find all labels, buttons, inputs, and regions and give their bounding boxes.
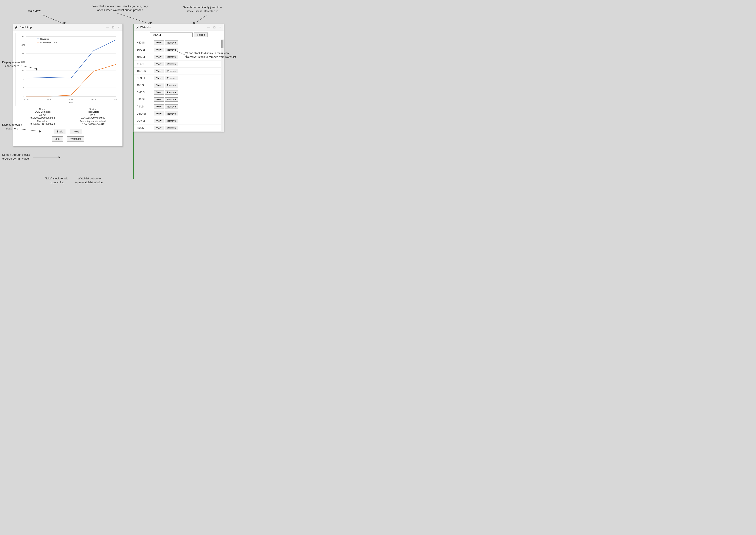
stat-pct-undervalued-label: Percentage undervalued: <box>70 120 116 123</box>
search-button[interactable]: Search <box>194 33 208 37</box>
main-close-button[interactable]: × <box>117 25 121 29</box>
watchlist-minimize-button[interactable]: — <box>207 25 211 29</box>
watchlist-item: D5IU.SIViewRemove <box>134 110 224 117</box>
svg-text:200: 200 <box>21 70 25 72</box>
svg-marker-42 <box>59 156 60 158</box>
view-button[interactable]: View <box>154 69 164 73</box>
watchlist-title: Watchlist <box>140 26 151 29</box>
stock-ticker: S56.SI <box>137 127 152 129</box>
remove-button[interactable]: Remove <box>165 69 178 73</box>
stat-sector-label: Sector: <box>70 108 116 110</box>
view-button[interactable]: View <box>154 62 164 66</box>
watchlist-item-actions: ViewRemove <box>154 55 178 59</box>
watchlist-item: 546.SIViewRemove <box>134 61 224 68</box>
remove-button[interactable]: Remove <box>165 112 178 116</box>
view-button[interactable]: View <box>154 98 164 102</box>
watchlist-close-button[interactable]: × <box>218 25 222 29</box>
annotation-display-charts: Display relevantcharts here <box>2 60 22 68</box>
remove-button[interactable]: Remove <box>165 41 178 45</box>
stat-fair-value-value: 0.42820174142998823 <box>19 123 66 125</box>
stock-ticker: 546.SI <box>137 63 152 66</box>
remove-button[interactable]: Remove <box>165 90 178 95</box>
watchlist-button[interactable]: Watchlist <box>67 136 84 142</box>
watchlist-item: BCV.SIViewRemove <box>134 117 224 125</box>
like-button[interactable]: Like <box>52 136 63 142</box>
watchlist-item-actions: ViewRemove <box>154 69 178 73</box>
watchlist-item: 40B.SIViewRemove <box>134 82 224 89</box>
main-window-icon: 🖊 <box>15 25 18 29</box>
main-window-body: 300 275 250 225 200 175 150 125 2016 201… <box>13 31 122 146</box>
watchlist-item: P34.SIViewRemove <box>134 103 224 110</box>
stock-ticker: 40B.SI <box>137 84 152 87</box>
remove-button[interactable]: Remove <box>165 62 178 66</box>
watchlist-item-actions: ViewRemove <box>154 119 178 123</box>
stat-name-label: Name: <box>19 108 66 110</box>
watchlist-window: 🖊 Watchlist — □ × Search H30.SIViewRemov… <box>133 24 224 132</box>
stat-name: Name: OUE Com Reit <box>19 108 66 113</box>
back-button[interactable]: Back <box>54 129 66 134</box>
watchlist-maximize-button[interactable]: □ <box>212 25 216 29</box>
stat-fair-value-label: Fair value: <box>19 120 66 123</box>
main-maximize-button[interactable]: □ <box>111 25 115 29</box>
remove-button[interactable]: Remove <box>165 126 178 130</box>
annotation-watchlist-window: Watchlist window: Liked stocks go here, … <box>93 4 148 12</box>
stat-fcf-label: FCF: <box>70 114 116 117</box>
svg-line-31 <box>42 14 65 24</box>
watchlist-item-actions: ViewRemove <box>154 47 178 52</box>
stock-ticker: 5ML.SI <box>137 55 152 58</box>
watchlist-item: H30.SIViewRemove <box>134 39 224 46</box>
main-window-titlebar: 🖊 StonkApp — □ × <box>13 24 122 31</box>
main-window: 🖊 StonkApp — □ × <box>13 24 123 147</box>
stat-sector: Sector: Real Estate <box>70 108 116 113</box>
svg-text:275: 275 <box>21 44 25 46</box>
stat-pct-undervalued: Percentage undervalued: 7.75375891517318… <box>70 120 116 125</box>
watchlist-item-actions: ViewRemove <box>154 126 178 130</box>
remove-button[interactable]: Remove <box>165 83 178 87</box>
annotation-watchlist-btn: Watchlist button toopen watchlist window <box>75 177 103 184</box>
main-minimize-button[interactable]: — <box>106 25 110 29</box>
view-button[interactable]: View <box>154 119 164 123</box>
chart-container: 300 275 250 225 200 175 150 125 2016 201… <box>15 33 120 106</box>
remove-button[interactable]: Remove <box>165 47 178 52</box>
stat-wacc-label: WACC: <box>19 114 66 117</box>
next-button[interactable]: Next <box>70 129 82 134</box>
annotation-search-bar: Search bar to directly jump to astock us… <box>183 5 222 13</box>
search-input[interactable] <box>149 33 193 37</box>
annotation-display-stats: Display relevantstats here <box>2 123 22 130</box>
remove-button[interactable]: Remove <box>165 98 178 102</box>
stock-ticker: H30.SI <box>137 41 152 44</box>
stat-wacc-value: 0.14290227899962482 <box>19 117 66 119</box>
remove-button[interactable]: Remove <box>165 55 178 59</box>
svg-text:125: 125 <box>21 95 25 98</box>
bottom-buttons-row2: Like Watchlist <box>15 136 120 144</box>
stock-ticker: DM0.SI <box>137 91 152 94</box>
bottom-buttons-row1: Back Next <box>15 127 120 136</box>
svg-text:Operating Income: Operating Income <box>40 41 57 43</box>
annotation-view-remove: "View" stock to display in main view,"Re… <box>185 51 236 59</box>
svg-line-35 <box>194 15 207 24</box>
view-button[interactable]: View <box>154 90 164 95</box>
stat-fcf: FCF: 0.04108572974894697 <box>70 114 116 119</box>
stock-ticker: U96.SI <box>137 98 152 101</box>
view-button[interactable]: View <box>154 41 164 45</box>
stock-ticker: CLN.SI <box>137 77 152 80</box>
watchlist-item-actions: ViewRemove <box>154 112 178 116</box>
watchlist-item-actions: ViewRemove <box>154 98 178 102</box>
view-button[interactable]: View <box>154 112 164 116</box>
view-button[interactable]: View <box>154 55 164 59</box>
remove-button[interactable]: Remove <box>165 119 178 123</box>
view-button[interactable]: View <box>154 83 164 87</box>
watchlist-scrollbar-thumb[interactable] <box>221 40 224 48</box>
view-button[interactable]: View <box>154 76 164 80</box>
watchlist-icon: 🖊 <box>135 25 139 29</box>
view-button[interactable]: View <box>154 126 164 130</box>
watchlist-item-actions: ViewRemove <box>154 90 178 95</box>
stat-sector-value: Real Estate <box>70 110 116 113</box>
stat-name-value: OUE Com Reit <box>19 110 66 113</box>
remove-button[interactable]: Remove <box>165 76 178 80</box>
remove-button[interactable]: Remove <box>165 104 178 109</box>
view-button[interactable]: View <box>154 104 164 109</box>
view-button[interactable]: View <box>154 47 164 52</box>
svg-rect-0 <box>26 36 116 96</box>
watchlist-controls: — □ × <box>207 25 222 29</box>
